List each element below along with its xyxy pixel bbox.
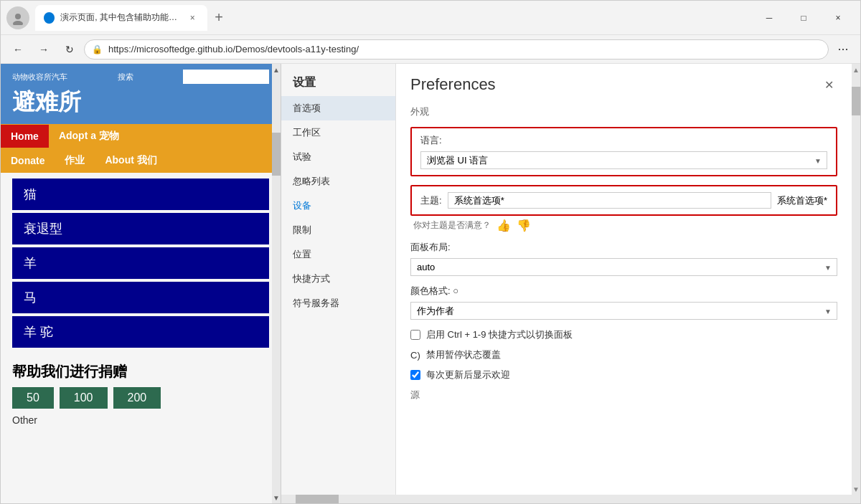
nav-donate[interactable]: Donate — [1, 149, 55, 172]
webpage: 动物收容所汽车 搜索 避难所 Home Adopt a 宠物 Donate 作业… — [1, 64, 281, 503]
more-menu-button[interactable]: ··· — [832, 38, 855, 61]
panel-layout-select-wrapper: auto — [410, 258, 837, 276]
site-title: 避难所 — [12, 87, 269, 118]
devtools-scrollbar[interactable]: ▲ ▼ — [852, 64, 860, 495]
theme-feedback-text: 你对主题是否满意？ — [413, 219, 491, 232]
forward-button[interactable]: → — [32, 38, 55, 61]
color-format-select-wrapper: 作为作者 — [410, 302, 837, 320]
webpage-h-scrollbar[interactable] — [281, 495, 860, 503]
radio-disable-pause: C) 禁用暂停状态覆盖 — [410, 348, 837, 361]
sidebar-item-devices[interactable]: 设备 — [281, 194, 395, 218]
profile-icon[interactable] — [6, 6, 29, 29]
ctrl-shortcut-label: 启用 Ctrl + 1-9 快捷方式以切换面板 — [426, 328, 573, 341]
window-controls: ─ □ × — [753, 6, 855, 29]
devtools-close-button[interactable]: ✕ — [820, 76, 837, 93]
animal-row-horse: 马 — [12, 282, 269, 313]
animal-row-sheep: 羊 — [12, 247, 269, 279]
toolbar: ← → ↻ 🔒 https://microsoftedge.github.io/… — [1, 35, 860, 64]
donate-100[interactable]: 100 — [60, 387, 108, 409]
nav-menu: Home Adopt a 宠物 — [1, 124, 281, 148]
settings-sidebar: 设置 首选项 工作区 试验 忽略列表 设备 限制 位置 快捷方式 符号服务器 — [281, 64, 396, 495]
tab-favicon — [44, 12, 55, 24]
scroll-thumb[interactable] — [272, 133, 281, 176]
back-button[interactable]: ← — [6, 38, 29, 61]
nav-work[interactable]: 作业 — [55, 148, 95, 173]
sidebar-item-ignore-list[interactable]: 忽略列表 — [281, 169, 395, 194]
color-format-section: 颜色格式: ○ 作为作者 — [410, 285, 837, 320]
refresh-button[interactable]: ↻ — [58, 38, 81, 61]
animal-row-type: 衰退型 — [12, 213, 269, 244]
theme-input[interactable] — [448, 192, 771, 209]
sidebar-item-workspace[interactable]: 工作区 — [281, 120, 395, 145]
svg-point-1 — [13, 21, 23, 25]
language-select[interactable]: 浏览器 UI 语言 — [420, 151, 827, 169]
settings-panel-title: 设置 — [281, 70, 395, 96]
language-select-wrapper: 浏览器 UI 语言 — [420, 151, 827, 169]
devtools-panel: 设置 首选项 工作区 试验 忽略列表 设备 限制 位置 快捷方式 符号服务器 P… — [281, 64, 860, 503]
search-label: 搜索 — [118, 72, 133, 82]
sidebar-item-experiments[interactable]: 试验 — [281, 145, 395, 169]
address-bar[interactable]: 🔒 https://microsoftedge.github.io/Demos/… — [84, 39, 829, 60]
sidebar-item-locations[interactable]: 位置 — [281, 242, 395, 267]
settings-content: Preferences ✕ 外观 语言: 浏览器 UI 语言 — [396, 64, 852, 495]
search-input[interactable] — [183, 70, 269, 84]
donate-200[interactable]: 200 — [113, 387, 161, 409]
close-button[interactable]: × — [822, 6, 855, 29]
donate-50[interactable]: 50 — [12, 387, 54, 409]
donate-buttons: 50 100 200 — [12, 387, 269, 409]
sidebar-item-shortcuts[interactable]: 快捷方式 — [281, 267, 395, 291]
site-label: 动物收容所汽车 — [12, 72, 67, 82]
devtools-scroll-down[interactable]: ▼ — [852, 483, 860, 495]
theme-value-display: 系统首选项* — [777, 194, 827, 207]
maximize-button[interactable]: □ — [787, 6, 820, 29]
svg-point-0 — [15, 14, 21, 19]
theme-feedback: 你对主题是否满意？ 👍 👎 — [410, 219, 837, 232]
tab-close-button[interactable]: × — [187, 11, 199, 24]
show-welcome-checkbox[interactable] — [410, 370, 420, 380]
sidebar-item-preferences[interactable]: 首选项 — [281, 96, 395, 120]
h-scroll-thumb[interactable] — [296, 495, 339, 503]
color-format-select[interactable]: 作为作者 — [410, 302, 837, 320]
sidebar-item-throttling[interactable]: 限制 — [281, 218, 395, 242]
new-tab-button[interactable]: + — [207, 6, 230, 29]
content-area: 动物收容所汽车 搜索 避难所 Home Adopt a 宠物 Donate 作业… — [1, 64, 860, 503]
webpage-scrollbar[interactable]: ▲ ▼ — [272, 64, 281, 503]
panel-layout-select[interactable]: auto — [410, 258, 837, 276]
theme-field-group: 主题: 系统首选项* — [410, 185, 837, 216]
ctrl-shortcut-checkbox[interactable] — [410, 330, 420, 340]
appearance-section-title: 外观 — [410, 105, 837, 118]
panel-layout-section: 面板布局: auto — [410, 241, 837, 276]
thumbs-down-icon[interactable]: 👎 — [517, 219, 531, 232]
scroll-down-arrow[interactable]: ▼ — [272, 492, 281, 503]
checkbox-show-welcome: 每次更新后显示欢迎 — [410, 369, 837, 381]
disable-pause-label: 禁用暂停状态覆盖 — [426, 348, 501, 361]
devtools-scroll-thumb[interactable] — [852, 87, 860, 115]
devtools-title: Preferences — [410, 75, 496, 94]
devtools-inner: 设置 首选项 工作区 试验 忽略列表 设备 限制 位置 快捷方式 符号服务器 P… — [281, 64, 860, 495]
minimize-button[interactable]: ─ — [753, 6, 786, 29]
devtools-scroll-up[interactable]: ▲ — [852, 64, 860, 75]
address-text: https://microsoftedge.github.io/Demos/de… — [108, 44, 359, 54]
title-bar: 演示页面, 其中包含辅助功能问题 × + ─ □ × — [1, 1, 860, 35]
radio-label-prefix: C) — [410, 350, 420, 361]
nav-home[interactable]: Home — [1, 125, 49, 148]
active-tab[interactable]: 演示页面, 其中包含辅助功能问题 × — [35, 5, 207, 31]
language-label: 语言: — [420, 134, 827, 147]
nav-adopt[interactable]: Adopt a 宠物 — [49, 124, 129, 148]
checkbox-ctrl-shortcut: 启用 Ctrl + 1-9 快捷方式以切换面板 — [410, 328, 837, 341]
panel-layout-label: 面板布局: — [410, 241, 837, 254]
thumbs-up-icon[interactable]: 👍 — [497, 219, 511, 232]
sidebar-item-symbol-server[interactable]: 符号服务器 — [281, 291, 395, 315]
sources-section-title: 源 — [410, 389, 837, 401]
header-top: 动物收容所汽车 搜索 — [12, 70, 269, 84]
show-welcome-label: 每次更新后显示欢迎 — [426, 369, 510, 381]
other-text: Other — [12, 414, 269, 426]
nav-about[interactable]: About 我们 — [95, 148, 166, 173]
scroll-up-arrow[interactable]: ▲ — [272, 64, 281, 75]
language-field-group: 语言: 浏览器 UI 语言 — [410, 127, 837, 176]
tabs-area: 演示页面, 其中包含辅助功能问题 × + — [35, 5, 753, 31]
nav-menu-2: Donate 作业 About 我们 — [1, 148, 281, 173]
browser-window: 演示页面, 其中包含辅助功能问题 × + ─ □ × ← → ↻ 🔒 https… — [0, 0, 861, 504]
animal-row-alpaca: 羊 驼 — [12, 316, 269, 348]
theme-label: 主题: — [420, 194, 442, 207]
